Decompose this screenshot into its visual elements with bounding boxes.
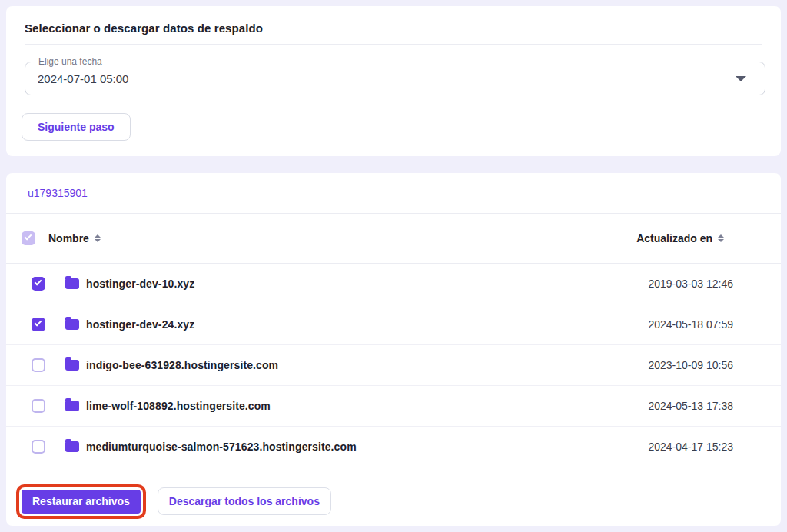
column-header-name[interactable]: Nombre xyxy=(48,232,89,244)
backup-date-select-value: 2024-07-01 05:00 xyxy=(38,72,128,85)
folder-icon xyxy=(65,319,79,330)
folder-icon xyxy=(65,360,79,371)
backup-card-title: Seleccionar o descargar datos de respald… xyxy=(25,22,762,35)
restore-files-button[interactable]: Restaurar archivos xyxy=(22,490,141,514)
column-header-updated-wrap[interactable]: Actualizado en xyxy=(636,232,724,244)
sort-icon xyxy=(718,234,724,242)
download-all-files-button[interactable]: Descargar todos los archivos xyxy=(158,487,331,515)
folder-icon xyxy=(65,401,79,411)
check-icon xyxy=(35,278,42,286)
row-checkbox[interactable] xyxy=(32,318,45,331)
backup-date-select[interactable]: Elige una fecha 2024-07-01 05:00 xyxy=(25,62,765,95)
chevron-down-icon xyxy=(736,76,746,81)
row-updated: 2024-04-17 15:23 xyxy=(648,441,733,453)
row-name: indigo-bee-631928.hostingersite.com xyxy=(86,359,278,371)
row-updated: 2019-03-03 12:46 xyxy=(648,278,733,290)
table-row[interactable]: lime-wolf-108892.hostingersite.com 2024-… xyxy=(6,386,781,427)
row-name: mediumturquoise-salmon-571623.hostingers… xyxy=(86,441,357,453)
row-updated: 2024-05-13 17:38 xyxy=(648,400,733,412)
row-name: hostinger-dev-24.xyz xyxy=(86,318,194,331)
row-checkbox[interactable] xyxy=(32,440,45,454)
row-updated: 2023-10-09 10:56 xyxy=(648,359,733,371)
check-icon xyxy=(35,319,42,327)
backup-files-card: u179315901 Nombre Actualizado en hosting… xyxy=(6,173,781,526)
account-link[interactable]: u179315901 xyxy=(28,187,88,199)
column-header-updated: Actualizado en xyxy=(636,232,712,244)
table-row[interactable]: indigo-bee-631928.hostingersite.com 2023… xyxy=(6,345,781,386)
table-row[interactable]: hostinger-dev-10.xyz 2019-03-03 12:46 xyxy=(6,264,781,304)
select-all-checkbox[interactable] xyxy=(22,231,35,245)
row-checkbox[interactable] xyxy=(32,358,45,372)
backup-card-header: Seleccionar o descargar datos de respald… xyxy=(6,6,781,45)
row-checkbox[interactable] xyxy=(32,277,45,291)
row-name: hostinger-dev-10.xyz xyxy=(86,278,194,290)
table-header-row: Nombre Actualizado en xyxy=(6,214,781,263)
row-checkbox[interactable] xyxy=(32,399,45,413)
sort-icon[interactable] xyxy=(95,234,101,242)
row-updated: 2024-05-18 07:59 xyxy=(648,318,733,331)
folder-icon xyxy=(65,278,79,289)
table-row[interactable]: hostinger-dev-24.xyz 2024-05-18 07:59 xyxy=(6,304,781,345)
backup-card-body: Elige una fecha 2024-07-01 05:00 Siguien… xyxy=(6,45,781,141)
check-icon xyxy=(25,233,32,241)
account-row: u179315901 xyxy=(6,173,781,213)
backup-date-select-label: Elige una fecha xyxy=(35,56,106,67)
table-footer: Restaurar archivos Descargar todos los a… xyxy=(6,467,781,515)
backup-selector-card: Seleccionar o descargar datos de respald… xyxy=(6,6,781,156)
table-row[interactable]: mediumturquoise-salmon-571623.hostingers… xyxy=(6,427,781,467)
row-name: lime-wolf-108892.hostingersite.com xyxy=(86,400,271,412)
next-step-button[interactable]: Siguiente paso xyxy=(22,113,131,141)
folder-icon xyxy=(65,441,79,452)
